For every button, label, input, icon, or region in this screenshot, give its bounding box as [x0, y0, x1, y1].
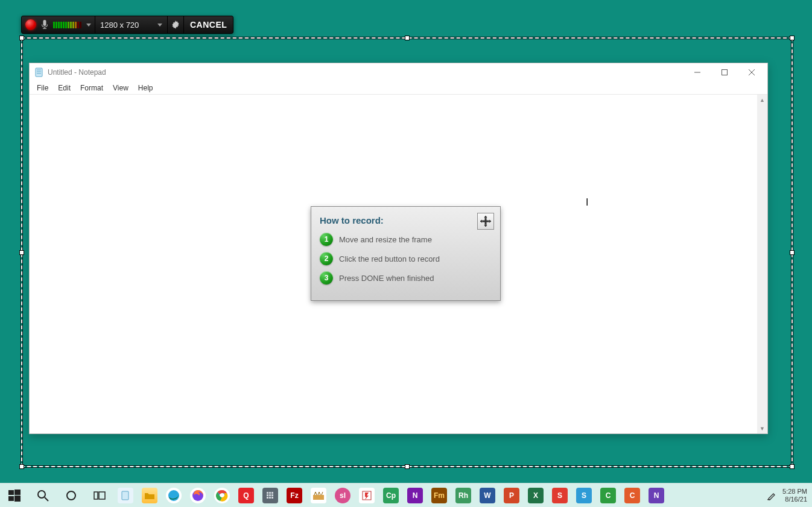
howto-panel: How to record: 1 Move and resize the fra…: [311, 206, 501, 301]
resize-handle-tm[interactable]: [405, 36, 410, 40]
step-text-1: Move and resize the frame: [339, 235, 432, 244]
tray-pen-icon[interactable]: [764, 491, 779, 500]
svg-rect-32: [313, 495, 324, 500]
taskbar-app-screenrec[interactable]: S: [572, 483, 596, 508]
taskbar-clock[interactable]: 5:28 PM 8/16/21: [779, 488, 807, 503]
menu-file[interactable]: File: [32, 82, 53, 94]
svg-rect-5: [722, 70, 727, 75]
settings-button[interactable]: [168, 16, 184, 33]
taskbar-app-filezilla[interactable]: Fz: [282, 483, 306, 508]
notepad-titlebar[interactable]: Untitled - Notepad: [30, 63, 767, 81]
cancel-label: CANCEL: [190, 20, 227, 30]
resize-handle-bl[interactable]: [19, 464, 24, 469]
scroll-up-icon[interactable]: ▲: [757, 95, 767, 105]
taskbar-app-notepad[interactable]: [113, 483, 138, 508]
svg-rect-25: [271, 492, 273, 494]
taskbar-app-powerpoint[interactable]: P: [500, 483, 524, 508]
calculator-icon: [266, 491, 274, 500]
taskbar-app-slack[interactable]: sl: [331, 483, 355, 508]
taskbar-app-calculator[interactable]: [258, 483, 282, 508]
notepad-icon: [121, 491, 130, 500]
search-button[interactable]: [28, 483, 57, 508]
resize-handle-bm[interactable]: [405, 464, 410, 469]
taskbar-app-snagit[interactable]: S: [548, 483, 572, 508]
svg-rect-30: [269, 497, 271, 499]
howto-step-2: 2 Click the red button to record: [320, 252, 492, 265]
svg-rect-8: [8, 490, 14, 495]
resize-handle-br[interactable]: [790, 464, 795, 469]
cortana-icon: [65, 490, 77, 502]
howto-title: How to record:: [320, 215, 492, 225]
step-badge-2: 2: [320, 252, 333, 265]
svg-rect-10: [8, 496, 14, 501]
menu-view[interactable]: View: [108, 82, 133, 94]
taskbar-app-quicken[interactable]: Q: [234, 483, 258, 508]
svg-point-12: [38, 491, 45, 498]
vertical-scrollbar[interactable]: ▲ ▼: [757, 95, 767, 433]
microphone-icon: [41, 20, 48, 30]
taskbar-app-excel[interactable]: X: [524, 483, 548, 508]
taskbar-app-onenote[interactable]: N: [403, 483, 427, 508]
taskbar-app-word[interactable]: W: [475, 483, 500, 508]
taskbar-app-n2[interactable]: N: [644, 483, 668, 508]
menu-format[interactable]: Format: [75, 82, 108, 94]
menu-help[interactable]: Help: [133, 82, 158, 94]
move-handle-button[interactable]: [477, 213, 494, 230]
clock-time: 5:28 PM: [782, 488, 807, 496]
svg-rect-31: [271, 497, 273, 499]
move-icon: [480, 216, 491, 227]
svg-rect-29: [267, 497, 268, 499]
chrome-icon: [216, 490, 228, 502]
resize-handle-ml[interactable]: [19, 250, 24, 255]
svg-rect-16: [99, 492, 105, 499]
svg-point-14: [67, 491, 75, 500]
close-button[interactable]: [738, 64, 765, 81]
resize-handle-tr[interactable]: [790, 36, 795, 40]
step-badge-1: 1: [320, 233, 333, 246]
svg-rect-15: [94, 492, 98, 499]
resize-handle-tl[interactable]: [19, 36, 24, 40]
help-icon: [361, 490, 372, 501]
task-view-icon: [94, 490, 106, 502]
start-button[interactable]: [0, 483, 28, 508]
taskbar-app-paint[interactable]: [306, 483, 331, 508]
svg-rect-27: [269, 494, 271, 496]
taskbar: Q Fz sl Cp N Fm Rh W P X S S C C N 5:28 …: [0, 483, 812, 507]
taskbar-app-framemaker[interactable]: Fm: [427, 483, 451, 508]
svg-rect-24: [269, 492, 271, 494]
svg-rect-9: [14, 490, 21, 495]
audio-level-meter: [53, 22, 81, 28]
svg-rect-11: [14, 496, 21, 502]
taskbar-app-explorer[interactable]: [138, 483, 162, 508]
cancel-button[interactable]: CANCEL: [184, 16, 233, 33]
taskbar-app-chrome[interactable]: [210, 483, 234, 508]
taskbar-app-captivate[interactable]: Cp: [379, 483, 403, 508]
cortana-button[interactable]: [57, 483, 85, 508]
audio-dropdown-icon[interactable]: [86, 24, 91, 27]
maximize-button[interactable]: [711, 64, 738, 81]
pen-icon: [767, 491, 776, 500]
taskbar-app-robohelp[interactable]: Rh: [451, 483, 475, 508]
svg-rect-28: [271, 494, 273, 496]
system-tray: 5:28 PM 8/16/21: [764, 483, 812, 507]
taskbar-app-edge[interactable]: [162, 483, 186, 508]
minimize-button[interactable]: [684, 64, 711, 81]
resize-handle-mr[interactable]: [790, 250, 795, 255]
clock-date: 8/16/21: [782, 496, 807, 503]
edge-icon: [168, 490, 180, 502]
taskbar-app-firefox[interactable]: [186, 483, 210, 508]
search-icon: [37, 490, 49, 502]
record-button[interactable]: [25, 19, 36, 30]
step-text-2: Click the red button to record: [339, 254, 440, 263]
dimensions-dropdown-icon[interactable]: [157, 24, 162, 27]
task-view-button[interactable]: [85, 483, 113, 508]
notepad-title: Untitled - Notepad: [48, 68, 684, 77]
scroll-down-icon[interactable]: ▼: [757, 423, 767, 433]
taskbar-app-capture2[interactable]: C: [620, 483, 644, 508]
notepad-menubar: File Edit Format View Help: [30, 81, 767, 95]
dimensions-field[interactable]: 1280 x 720: [95, 16, 168, 33]
svg-rect-23: [267, 492, 268, 494]
taskbar-app-camtasia[interactable]: C: [596, 483, 620, 508]
taskbar-app-help[interactable]: [355, 483, 379, 508]
menu-edit[interactable]: Edit: [53, 82, 75, 94]
